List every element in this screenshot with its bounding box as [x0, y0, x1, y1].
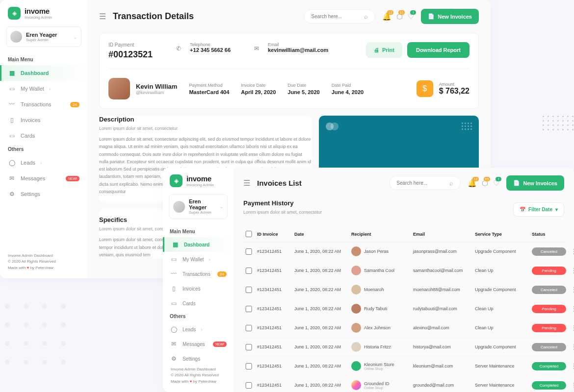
row-checkbox[interactable] [243, 363, 254, 369]
more-icon[interactable]: ⋮ [569, 343, 574, 351]
cell-recipient: Samantha Cool [351, 266, 410, 275]
new-invoice-button[interactable]: 📄New Invoices [421, 9, 479, 24]
sidebar-item-transactions[interactable]: 〰Transactions24 [0, 97, 87, 112]
search-icon[interactable]: ⌕ [449, 179, 453, 187]
filter-date-button[interactable]: 📅Filter Date▾ [513, 202, 564, 217]
status-badge: Pending [532, 267, 566, 275]
more-icon[interactable]: ⋮ [569, 381, 574, 389]
sidebar-item-messages[interactable]: ✉MessagesNEW! [0, 171, 87, 186]
grid-icon: ▦ [171, 241, 179, 248]
row-checkbox[interactable] [243, 287, 254, 293]
table-row[interactable]: #123412451 June 1, 2020, 08:22 AM Kleoni… [243, 357, 564, 376]
sidebar-item-cards[interactable]: ▭Cards [163, 296, 234, 311]
sidebar-item-invoices[interactable]: ▯Invoices [163, 281, 234, 296]
new-badge: NEW! [213, 342, 227, 347]
notification-gift[interactable]: ⬡65 [396, 12, 403, 21]
cell-date: June 1, 2020, 08:22 AM [294, 306, 348, 311]
cell-recipient: Jason Peras [351, 246, 410, 256]
btn-label: New Invoices [438, 14, 472, 20]
pm-value: MasterCard 404 [189, 89, 229, 95]
sidebar-item-dashboard[interactable]: ▦Dashboard [163, 237, 234, 252]
table-row[interactable]: #123412451 June 1, 2020, 08:22 AM Samant… [243, 261, 564, 280]
cell-date: June 1, 2020, 08:22 AM [294, 344, 348, 349]
row-checkbox[interactable] [243, 382, 254, 389]
recipient-avatar [351, 380, 361, 390]
row-checkbox[interactable] [243, 306, 254, 312]
sidebar-item-leads[interactable]: ◯Leads› [163, 322, 234, 337]
row-checkbox[interactable] [243, 344, 254, 350]
badge: 12 [387, 10, 394, 15]
cell-id: #123412451 [257, 287, 291, 292]
search-box[interactable]: ⌕ [389, 176, 461, 190]
avatar [173, 201, 185, 213]
nav-label: Invoices [21, 117, 40, 123]
logo[interactable]: ◈ invome Invoicing Admin [0, 7, 87, 20]
row-checkbox[interactable] [243, 248, 254, 255]
user-card[interactable]: Eren Yeager Super Admin ⌄ [169, 194, 228, 219]
sidebar-item-settings[interactable]: ⚙Settings [163, 351, 234, 366]
due-date-label: Due Date [287, 83, 319, 88]
main-content: ☰ Invoices List ⌕ 🔔12 ⬡65 ♡! 📄New Invoic… [234, 168, 574, 392]
notification-bag[interactable]: ♡! [493, 179, 499, 188]
select-all-checkbox[interactable] [243, 231, 254, 237]
more-icon[interactable]: ⋮ [569, 267, 574, 274]
more-icon[interactable]: ⋮ [569, 286, 574, 294]
table-row[interactable]: #123412451 June 1, 2020, 08:22 AM Histor… [243, 338, 564, 357]
col-email: Email [413, 232, 472, 237]
download-report-button[interactable]: Download Report [407, 42, 470, 58]
cell-email: moenaroh88@mail.com [413, 287, 472, 292]
status-badge: Canceled [532, 343, 566, 351]
hamburger-icon[interactable]: ☰ [99, 12, 106, 21]
cell-recipient: Grounded IDOnline Shop [351, 380, 410, 390]
badge: 65 [398, 10, 405, 15]
table-row[interactable]: #123412451 June 1, 2020, 08:22 AM Rudy T… [243, 299, 564, 318]
table-row[interactable]: #123412451 June 1, 2020, 08:22 AM Jason … [243, 242, 564, 261]
more-icon[interactable]: ⋮ [569, 247, 574, 255]
decorative-circles [5, 304, 66, 365]
sidebar-item-wallet[interactable]: ▭My Wallet› [0, 81, 87, 97]
badge: 12 [472, 177, 479, 181]
row-checkbox[interactable] [243, 268, 254, 274]
more-icon[interactable]: ⋮ [569, 305, 574, 313]
sidebar-item-settings[interactable]: ⚙Settings [0, 186, 87, 202]
notification-gift[interactable]: ⬡65 [482, 179, 488, 188]
sidebar-item-leads[interactable]: ◯Leads› [0, 155, 87, 171]
notification-bell[interactable]: 🔔12 [382, 12, 391, 21]
status-badge: Pending [532, 324, 566, 332]
logo-icon: ◈ [170, 174, 183, 187]
date-paid-label: Date Paid [332, 83, 364, 88]
search-input[interactable] [396, 180, 445, 186]
recipient-name: Rudy Tabuti [364, 306, 387, 311]
sidebar-item-wallet[interactable]: ▭My Wallet› [163, 252, 234, 267]
hamburger-icon[interactable]: ☰ [243, 178, 250, 188]
table-row[interactable]: #123412451 June 1, 2020, 08:22 AM Ground… [243, 376, 564, 392]
print-button[interactable]: 🖨Print [366, 42, 402, 58]
more-icon[interactable]: ⋮ [569, 324, 574, 332]
notification-bell[interactable]: 🔔12 [468, 179, 477, 188]
recipient-name: Kleonium Store [364, 362, 394, 367]
recipient-name: Alex Johnson [364, 325, 391, 330]
row-checkbox[interactable] [243, 325, 254, 331]
table-row[interactable]: #123412451 June 1, 2020, 08:22 AM Alex J… [243, 318, 564, 338]
search-icon[interactable]: ⌕ [364, 13, 368, 20]
search-box[interactable]: ⌕ [304, 9, 375, 24]
sidebar-item-dashboard[interactable]: ▦Dashboard [0, 65, 87, 81]
logo[interactable]: ◈ invome Invoicing Admin [163, 174, 234, 187]
cell-date: June 1, 2020, 08:22 AM [294, 364, 348, 368]
recipient-avatar [351, 266, 361, 275]
table-row[interactable]: #123412451 June 1, 2020, 08:22 AM Moenar… [243, 280, 564, 299]
sidebar-item-cards[interactable]: ▭Cards [0, 128, 87, 144]
cell-date: June 1, 2020, 08:22 AM [294, 383, 348, 388]
sidebar-item-messages[interactable]: ✉MessagesNEW! [163, 337, 234, 351]
sidebar-item-transactions[interactable]: 〰Transactions24 [163, 267, 234, 281]
search-input[interactable] [311, 14, 360, 19]
new-invoice-button[interactable]: 📄New Invoices [506, 175, 564, 191]
notification-bag[interactable]: ♡! [408, 12, 414, 21]
cell-recipient: Moenaroh [351, 285, 410, 294]
footer-line: by Peterdraw [192, 379, 216, 384]
more-icon[interactable]: ⋮ [569, 362, 574, 370]
sidebar-item-invoices[interactable]: ▯Invoices [0, 112, 87, 128]
cell-id: #123412451 [257, 364, 291, 368]
btn-label: New Invoices [523, 180, 557, 186]
user-card[interactable]: Eren Yeager Super Admin ⌄ [6, 26, 81, 47]
